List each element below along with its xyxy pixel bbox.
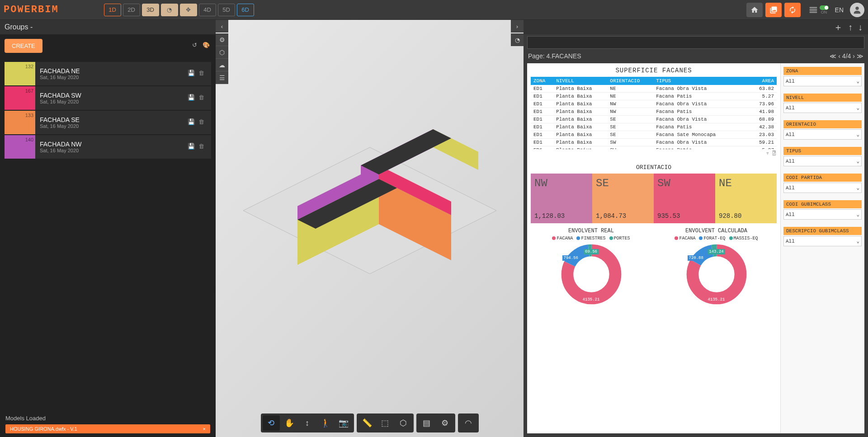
- group-item[interactable]: 167 FACHADA SW Sat, 16 May 2020 💾 🗑: [5, 86, 211, 110]
- delete-icon[interactable]: 🗑: [198, 94, 207, 102]
- orientacio-label: SE: [596, 177, 650, 189]
- report-search-input[interactable]: [527, 36, 864, 49]
- dim-6d-button[interactable]: 6D: [237, 4, 254, 16]
- 3d-viewport[interactable]: [216, 20, 524, 437]
- chart-toggle-icon[interactable]: ◔: [511, 33, 524, 46]
- pan-tool[interactable]: ✋: [281, 415, 298, 431]
- language-selector[interactable]: EN: [835, 6, 844, 14]
- table-row[interactable]: ED1Planta BaixaSWFacana Obra Vista59.21: [531, 139, 777, 146]
- sync-button[interactable]: [784, 3, 801, 17]
- section-tool[interactable]: ⬚: [377, 415, 394, 431]
- report-main: SUPERFICIE FACANES ZONANIVELLORIENTACIOT…: [527, 63, 780, 433]
- svg-rect-1: [809, 9, 817, 10]
- walk-tool[interactable]: 🚶: [317, 415, 334, 431]
- chevron-down-icon: ⌄: [856, 158, 859, 164]
- table-row[interactable]: ED1Planta BaixaNWFacana Obra Vista73.96: [531, 100, 777, 108]
- donut2-forat-label: 720.88: [688, 255, 705, 261]
- filter-select[interactable]: All ⌄: [783, 183, 862, 193]
- delete-icon[interactable]: 🗑: [198, 70, 207, 78]
- dim-2d-button[interactable]: 2D: [123, 4, 140, 16]
- page-next-icon[interactable]: ›: [853, 52, 855, 60]
- group-item[interactable]: 132 FACHADA NE Sat, 16 May 2020 💾 🗑: [5, 62, 211, 85]
- dim-move-icon[interactable]: ✥: [180, 4, 197, 16]
- top-bar: POWERBIM 1D 2D 3D ◔ ✥ 4D 5D 6D ON EN: [0, 0, 868, 20]
- download-icon[interactable]: ↓: [858, 22, 863, 33]
- table-row[interactable]: ED1Planta BaixaNEFacana Obra Vista63.82: [531, 85, 777, 93]
- model-chip[interactable]: HOUSING GIRONA.dwfx - V.1 ×: [5, 424, 210, 433]
- viewer-panel[interactable]: ‹ ⚙ ⬡ ☁ ☰ › ◔: [216, 20, 524, 437]
- filter-select[interactable]: All ⌄: [783, 209, 862, 220]
- orientacio-cell[interactable]: SE 1,084.73: [592, 174, 654, 223]
- layers-tool-icon[interactable]: ☁: [216, 59, 228, 71]
- table-header[interactable]: TIPUS: [653, 77, 738, 85]
- upload-icon[interactable]: ↑: [848, 22, 853, 33]
- page-first-icon[interactable]: ≪: [830, 52, 836, 60]
- table-row[interactable]: ED1Planta BaixaSWFacana Patis5.27: [531, 146, 777, 150]
- collapse-left-button[interactable]: ‹: [216, 20, 228, 33]
- page-prev-icon[interactable]: ‹: [838, 52, 840, 60]
- properties-tool[interactable]: ▤: [418, 415, 435, 431]
- dim-3d-button[interactable]: 3D: [142, 4, 159, 16]
- group-item[interactable]: 140 FACHADA NW Sat, 16 May 2020 💾 🗑: [5, 135, 211, 159]
- collapse-right-button[interactable]: ›: [511, 20, 524, 33]
- delete-icon[interactable]: 🗑: [198, 118, 207, 127]
- model-chip-close-icon[interactable]: ×: [203, 426, 206, 432]
- save-icon[interactable]: 💾: [188, 143, 196, 151]
- home-button[interactable]: [746, 3, 763, 17]
- explode-tool[interactable]: ⬡: [395, 415, 412, 431]
- orientacio-cell[interactable]: NW 1,128.03: [531, 174, 592, 223]
- group-item[interactable]: 133 FACHADA SE Sat, 16 May 2020 💾 🗑: [5, 111, 211, 134]
- save-icon[interactable]: 💾: [188, 70, 196, 78]
- table-row[interactable]: ED1Planta BaixaNWFacana Patis41.98: [531, 108, 777, 116]
- table-header[interactable]: ZONA: [531, 77, 553, 85]
- dim-4d-button[interactable]: 4D: [199, 4, 216, 16]
- add-icon[interactable]: ＋: [834, 21, 843, 33]
- settings-tool[interactable]: ⚙: [436, 415, 453, 431]
- page-last-icon[interactable]: ≫: [857, 52, 863, 60]
- measure-tool[interactable]: 📏: [359, 415, 376, 431]
- dim-5d-button[interactable]: 5D: [218, 4, 235, 16]
- filter-select[interactable]: All ⌄: [783, 76, 862, 86]
- create-button[interactable]: CREATE: [5, 39, 42, 53]
- group-name: FACHADA NW: [40, 141, 183, 148]
- filter-select[interactable]: All ⌄: [783, 129, 862, 140]
- filter-select[interactable]: All ⌄: [783, 236, 862, 246]
- list-tool-icon[interactable]: ☰: [216, 71, 228, 84]
- table-filter-icons[interactable]: ▿ ⍰: [531, 149, 777, 158]
- table-header[interactable]: ORIENTACIO: [607, 77, 653, 85]
- user-menu[interactable]: [850, 3, 864, 17]
- table-header[interactable]: AREA: [738, 77, 777, 85]
- history-icon[interactable]: ↺: [190, 41, 198, 49]
- table-row[interactable]: ED1Planta BaixaSEFacana Sate Monocapa23.…: [531, 131, 777, 139]
- save-icon[interactable]: 💾: [188, 94, 196, 102]
- table-header[interactable]: NIVELL: [553, 77, 607, 85]
- orientacio-cell[interactable]: NE 928.80: [715, 174, 777, 223]
- table-row[interactable]: ED1Planta BaixaSEFacana Patis42.38: [531, 123, 777, 131]
- app-logo: POWERBIM: [4, 4, 59, 15]
- cube-tool-icon[interactable]: ⬡: [216, 46, 228, 59]
- orientacio-value: 928.80: [719, 212, 773, 220]
- camera-tool[interactable]: 📷: [335, 415, 352, 431]
- zoom-tool[interactable]: ↕: [299, 415, 316, 431]
- delete-icon[interactable]: 🗑: [198, 143, 207, 151]
- save-icon[interactable]: 💾: [188, 118, 196, 127]
- building-model-icon: [216, 102, 524, 355]
- group-info: FACHADA NE Sat, 16 May 2020: [35, 67, 188, 80]
- table-row[interactable]: ED1Planta BaixaNEFacana Patis5.27: [531, 93, 777, 100]
- filter-select[interactable]: All ⌄: [783, 156, 862, 166]
- group-swatch: 133: [5, 111, 35, 134]
- settings-tool-icon[interactable]: ⚙: [216, 33, 228, 46]
- dim-1d-button[interactable]: 1D: [104, 4, 121, 16]
- group-name: FACHADA SE: [40, 116, 183, 123]
- orbit-tool[interactable]: ⟲: [263, 415, 280, 431]
- gallery-icon: [769, 6, 778, 14]
- table-row[interactable]: ED1Planta BaixaSEFacana Obra Vista68.89: [531, 116, 777, 123]
- chevron-down-icon: ⌄: [856, 132, 859, 137]
- filter-select[interactable]: All ⌄: [783, 103, 862, 113]
- orientacio-cell[interactable]: SW 935.53: [654, 174, 715, 223]
- palette-icon[interactable]: 🎨: [202, 41, 210, 49]
- fullscreen-tool[interactable]: ◠: [460, 415, 477, 431]
- right-panel: ＋ ↑ ↓ Page: 4.FACANES ≪ ‹ 4/4 › ≫ SUPERF…: [524, 20, 868, 437]
- gallery-button[interactable]: [765, 3, 782, 17]
- dim-pie-icon[interactable]: ◔: [161, 4, 178, 16]
